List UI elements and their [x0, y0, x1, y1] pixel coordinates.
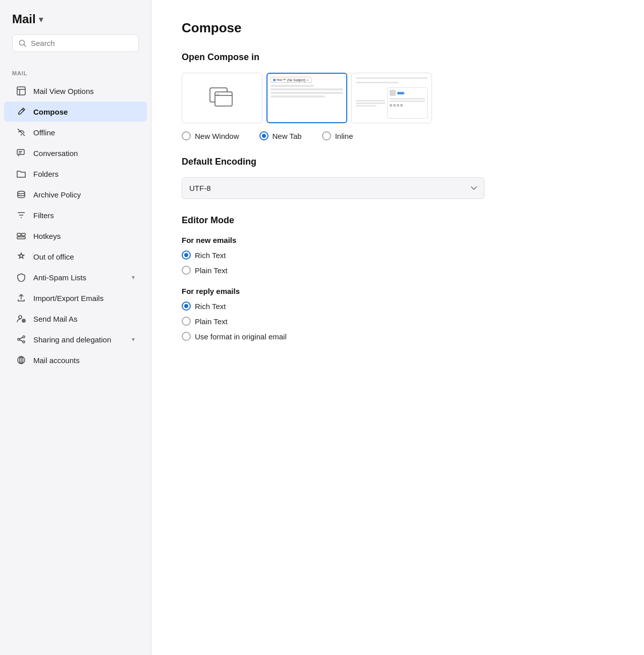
radio-circle-inline	[322, 131, 331, 140]
hotkeys-icon	[16, 231, 26, 241]
sidebar-label-offline: Offline	[33, 128, 135, 137]
anti-spam-expand-icon: ▾	[132, 274, 135, 281]
tab-content	[271, 85, 343, 119]
svg-rect-11	[17, 233, 21, 236]
app-title-text: Mail	[12, 12, 36, 26]
layout-icon	[16, 86, 26, 96]
offline-icon	[16, 127, 26, 137]
sidebar-item-folders[interactable]: Folders	[4, 164, 147, 184]
radio-label-reply-plain: Plain Text	[195, 317, 228, 326]
sidebar-label-compose: Compose	[33, 108, 135, 116]
close-tab-icon: ✕	[306, 78, 309, 82]
svg-point-14	[19, 316, 22, 319]
radio-reply-plain-text[interactable]: Plain Text	[182, 317, 614, 326]
svg-point-20	[23, 341, 25, 343]
tab-dot	[273, 79, 276, 81]
send-mail-as-icon	[16, 314, 26, 324]
content-line-1	[271, 85, 314, 87]
app-title-chevron: ▾	[39, 15, 43, 24]
mail-accounts-icon	[16, 355, 26, 365]
search-input[interactable]	[31, 39, 132, 47]
search-box[interactable]	[12, 34, 139, 52]
svg-point-10	[18, 191, 25, 194]
radio-reply-original-format[interactable]: Use format in original email	[182, 332, 614, 341]
sharing-expand-icon: ▾	[132, 336, 135, 343]
compose-option-new-tab-card[interactable]: Mail ✏ (No Subject) ✕	[266, 73, 347, 123]
open-compose-in-section: Open Compose in	[182, 52, 614, 140]
radio-circle-new-tab	[259, 131, 269, 140]
radio-circle-new-window	[182, 131, 191, 140]
sidebar-header: Mail ▾	[0, 12, 151, 62]
sidebar-label-send-mail-as: Send Mail As	[33, 315, 135, 323]
radio-label-new-tab: New Tab	[273, 132, 302, 140]
pencil-icon: ✏	[283, 78, 286, 82]
compose-option-new-window-card[interactable]	[182, 73, 262, 123]
sidebar-item-mail-accounts[interactable]: Mail accounts	[4, 350, 147, 370]
radio-label-inline: Inline	[335, 132, 353, 140]
encoding-section: Default Encoding UTF-8 ISO-8859-1 US-ASC…	[182, 157, 614, 199]
page-title: Compose	[182, 20, 614, 36]
for-reply-emails-label: For reply emails	[182, 287, 614, 295]
sidebar-item-compose[interactable]: Compose	[4, 102, 147, 122]
radio-new-plain-text[interactable]: Plain Text	[182, 266, 614, 275]
sidebar: Mail ▾ MAIL Mail View Options	[0, 0, 151, 655]
radio-new-rich-text[interactable]: Rich Text	[182, 250, 614, 260]
encoding-select[interactable]: UTF-8 ISO-8859-1 US-ASCII UTF-16	[182, 177, 485, 199]
sidebar-item-archive-policy[interactable]: Archive Policy	[4, 184, 147, 205]
sidebar-label-hotkeys: Hotkeys	[33, 232, 135, 240]
filters-icon	[16, 210, 26, 220]
sidebar-item-out-of-office[interactable]: Out of office	[4, 246, 147, 267]
svg-line-1	[24, 44, 26, 46]
sidebar-label-out-of-office: Out of office	[33, 253, 135, 261]
svg-rect-7	[17, 149, 24, 155]
radio-label-new-rich: Rich Text	[195, 251, 226, 260]
sidebar-item-offline[interactable]: Offline	[4, 122, 147, 142]
svg-point-18	[23, 336, 25, 338]
svg-line-5	[22, 109, 24, 111]
sidebar-item-filters[interactable]: Filters	[4, 205, 147, 225]
tab-bar: Mail ✏ (No Subject) ✕	[271, 77, 343, 83]
svg-rect-13	[17, 237, 25, 239]
compose-radio-row: New Window New Tab Inline	[182, 131, 614, 140]
sharing-icon	[16, 334, 26, 344]
sidebar-item-import-export[interactable]: Import/Export Emails	[4, 288, 147, 308]
radio-new-window[interactable]: New Window	[182, 131, 239, 140]
svg-rect-2	[17, 87, 25, 95]
sidebar-item-anti-spam[interactable]: Anti-Spam Lists ▾	[4, 267, 147, 287]
sidebar-item-hotkeys[interactable]: Hotkeys	[4, 226, 147, 246]
radio-reply-rich-text[interactable]: Rich Text	[182, 301, 614, 311]
tab-mockup: Mail ✏ (No Subject) ✕	[267, 74, 346, 122]
compose-options-cards: Mail ✏ (No Subject) ✕	[182, 73, 614, 123]
svg-line-21	[20, 337, 23, 339]
main-content: Compose Open Compose in	[151, 0, 644, 655]
radio-new-tab[interactable]: New Tab	[259, 131, 302, 140]
new-emails-radio-col: Rich Text Plain Text	[182, 250, 614, 275]
editor-mode-section: Editor Mode For new emails Rich Text Pla…	[182, 215, 614, 341]
sidebar-item-mail-view-options[interactable]: Mail View Options	[4, 81, 147, 101]
app-title[interactable]: Mail ▾	[12, 12, 139, 26]
svg-line-22	[20, 340, 23, 341]
radio-circle-reply-plain	[182, 317, 191, 326]
sidebar-label-import-export: Import/Export Emails	[33, 294, 135, 303]
radio-circle-new-rich	[182, 250, 191, 260]
anti-spam-icon	[16, 272, 26, 282]
radio-circle-reply-rich	[182, 301, 191, 311]
sidebar-label-sharing-delegation: Sharing and delegation	[33, 335, 125, 344]
out-of-office-icon	[16, 251, 26, 262]
window-icon	[209, 87, 235, 109]
encoding-label: Default Encoding	[182, 157, 614, 167]
sidebar-item-sharing-delegation[interactable]: Sharing and delegation ▾	[4, 329, 147, 349]
archive-icon	[16, 189, 26, 199]
sidebar-label-mail-view-options: Mail View Options	[33, 87, 135, 95]
radio-label-new-plain: Plain Text	[195, 266, 228, 275]
for-new-emails-group: For new emails Rich Text Plain Text	[182, 236, 614, 275]
sidebar-label-folders: Folders	[33, 170, 135, 178]
open-compose-in-label: Open Compose in	[182, 52, 614, 63]
svg-rect-12	[22, 233, 25, 236]
content-line-4	[271, 95, 325, 97]
sidebar-item-send-mail-as[interactable]: Send Mail As	[4, 309, 147, 329]
compose-option-inline-card[interactable]	[351, 73, 432, 123]
radio-inline[interactable]: Inline	[322, 131, 353, 140]
sidebar-item-conversation[interactable]: Conversation	[4, 143, 147, 163]
for-new-emails-label: For new emails	[182, 236, 614, 244]
